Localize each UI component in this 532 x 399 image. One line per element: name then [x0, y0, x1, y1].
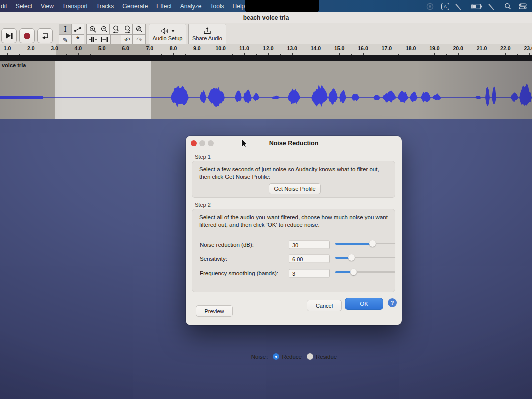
ibeam-icon: I — [64, 25, 67, 33]
waveform-burst — [200, 90, 206, 103]
audio-setup-label: Audio Setup — [153, 35, 183, 41]
envelope-tool-button[interactable] — [71, 24, 84, 35]
help-button[interactable]: ? — [388, 298, 397, 307]
ruler-tick-label: 11.0 — [239, 45, 249, 51]
menu-item-select[interactable]: Select — [16, 3, 32, 10]
menu-item-generate[interactable]: Generate — [122, 3, 148, 10]
step2-description: Select all of the audio you want filtere… — [199, 214, 389, 229]
waveform-burst — [351, 94, 359, 101]
waveform-burst — [339, 90, 346, 104]
cancel-button[interactable]: Cancel — [307, 300, 342, 311]
keyboard-layout-icon[interactable]: A — [441, 3, 449, 10]
record-icon — [24, 33, 30, 39]
menu-item-tools[interactable]: Tools — [210, 3, 224, 10]
multi-tool-button[interactable]: * — [71, 34, 84, 45]
ruler-tick-label: 21.0 — [477, 45, 487, 51]
menu-item-effect[interactable]: Effect — [156, 3, 171, 10]
sensitivity-label: Sensitivity: — [200, 256, 227, 262]
clip-name-label: voice tria — [2, 62, 26, 68]
waveform-burst — [485, 87, 490, 106]
noise-residue-option[interactable]: Residue — [307, 353, 337, 360]
minimize-window-button[interactable] — [199, 140, 205, 146]
zoom-in-icon — [89, 26, 97, 33]
sensitivity-slider[interactable] — [335, 254, 395, 261]
menu-item-analyze[interactable]: Analyze — [180, 3, 202, 10]
zoom-toggle-button[interactable] — [132, 24, 146, 35]
step2-section: Select all of the audio you want filtere… — [192, 209, 395, 292]
loop-button[interactable] — [37, 28, 53, 43]
window-title-bar[interactable]: beach voice tria — [0, 12, 532, 23]
ruler-tick-label: 13.0 — [287, 45, 297, 51]
waveform-burst — [410, 92, 418, 102]
sensitivity-input[interactable]: 6.00 — [289, 255, 330, 263]
waveform-burst — [288, 88, 300, 104]
silence-audio-icon — [100, 37, 108, 43]
ruler-tick-label: 23.0 — [524, 45, 532, 51]
zoom-window-button[interactable] — [208, 140, 214, 146]
share-upload-icon — [203, 27, 211, 34]
redo-button[interactable]: ↷ — [132, 34, 146, 45]
draw-tool-button[interactable]: ✎ — [59, 34, 72, 45]
noise-reduction-dialog: Noise Reduction Step 1 Select a few seco… — [186, 136, 402, 325]
step1-section: Select a few seconds of just noise so Au… — [192, 161, 395, 198]
preview-button[interactable]: Preview — [196, 305, 233, 317]
waveform-burst — [171, 86, 189, 107]
fit-project-icon — [124, 25, 131, 33]
selection-tool-button[interactable]: I — [59, 24, 72, 35]
audacity-toolbar: I ✎ * ↶ ↷ Audio Setup — [0, 23, 532, 45]
track-separator — [0, 55, 532, 61]
dropdown-caret-icon — [171, 30, 175, 32]
step2-label: Step 2 — [195, 202, 211, 208]
frequency-smoothing-slider[interactable] — [335, 268, 395, 275]
get-noise-profile-button[interactable]: Get Noise Profile — [269, 183, 321, 194]
window-title: beach voice tria — [243, 14, 289, 21]
waveform-burst — [432, 93, 441, 100]
skip-to-end-button[interactable] — [1, 28, 17, 43]
ruler-tick-label: 20.0 — [453, 45, 463, 51]
control-center-icon[interactable] — [519, 3, 527, 9]
noise-reduce-option[interactable]: Reduce — [273, 353, 302, 360]
ruler-tick-label: 15.0 — [334, 45, 344, 51]
close-window-button[interactable] — [191, 140, 197, 146]
waveform-burst — [373, 95, 380, 100]
noise-reduction-slider[interactable] — [335, 240, 395, 247]
ruler-tick-label: 2.0 — [27, 45, 35, 51]
silence-audio-button[interactable] — [98, 34, 111, 45]
timeline-ruler[interactable]: 1.02.03.04.05.06.07.08.09.010.011.012.01… — [0, 44, 532, 56]
battery-icon[interactable] — [471, 4, 482, 9]
menu-item-help[interactable]: Help — [233, 3, 245, 10]
speaker-icon — [161, 28, 170, 34]
menu-item-view[interactable]: View — [41, 3, 54, 10]
waveform-burst — [492, 86, 496, 105]
multi-tool-icon: * — [76, 37, 79, 42]
audio-setup-button[interactable]: Audio Setup — [149, 24, 186, 45]
frequency-smoothing-label: Frequency smoothing (bands): — [200, 270, 278, 276]
waveform-burst — [510, 92, 518, 102]
noise-radio-group: Noise: Reduce Residue — [192, 353, 396, 360]
waveform-burst — [328, 88, 338, 105]
spotlight-search-icon[interactable] — [504, 3, 511, 10]
envelope-icon — [74, 26, 82, 32]
ruler-tick-label: 18.0 — [406, 45, 416, 51]
status-icon[interactable] — [426, 3, 434, 10]
ok-button[interactable]: OK — [345, 298, 383, 310]
radio-selected-icon — [273, 353, 279, 360]
waveform-burst — [519, 83, 532, 106]
ruler-tick-label: 5.0 — [98, 45, 106, 51]
menu-item-edit[interactable]: Edit — [0, 3, 7, 10]
radio-unselected-icon — [307, 353, 313, 360]
waveform-burst — [382, 90, 396, 103]
audio-track[interactable]: voice tria — [0, 61, 532, 119]
ruler-tick-label: 8.0 — [170, 45, 177, 51]
ruler-tick-label: 17.0 — [382, 45, 392, 51]
share-audio-button[interactable]: Share Audio — [188, 24, 226, 45]
record-button[interactable] — [19, 28, 35, 43]
menu-item-tracks[interactable]: Tracks — [96, 3, 114, 10]
dialog-title-bar[interactable]: Noise Reduction — [186, 136, 402, 151]
menu-item-transport[interactable]: Transport — [62, 3, 88, 10]
noise-reduction-input[interactable]: 30 — [289, 241, 330, 249]
noise-label: Noise: — [251, 354, 268, 360]
step1-label: Step 1 — [195, 154, 211, 160]
frequency-smoothing-input[interactable]: 3 — [289, 269, 330, 278]
waveform-burst — [421, 92, 431, 102]
